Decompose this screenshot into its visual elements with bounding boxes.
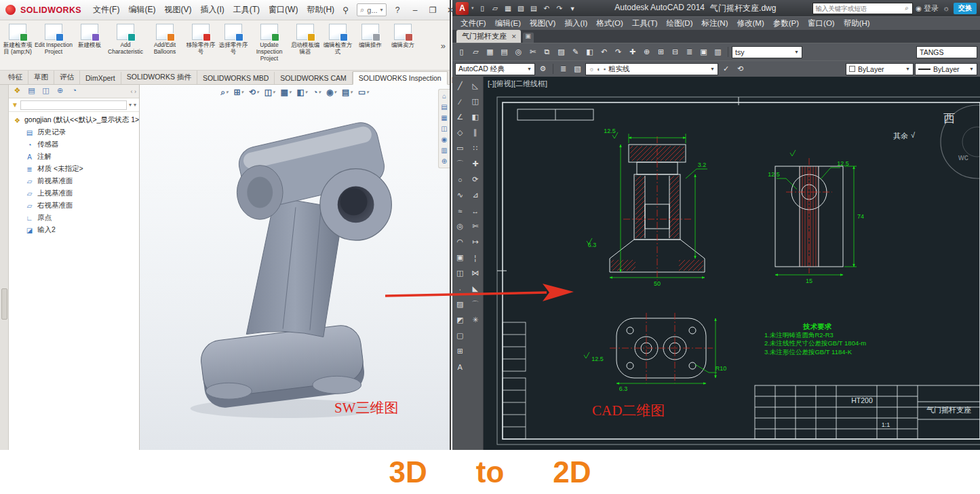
- tab-solidworks-inspection[interactable]: SOLIDWORKS Inspection: [353, 71, 448, 85]
- 3d-viewport[interactable]: ⌕ ▾ ⊞ ▾ ⟲ ▾: [140, 85, 450, 450]
- stretch-icon[interactable]: ↔: [468, 203, 484, 218]
- menu-item[interactable]: 工具(T): [233, 4, 260, 16]
- cut-icon[interactable]: ✄: [526, 45, 539, 58]
- view-palette-icon[interactable]: ◫: [441, 125, 447, 132]
- qat-dropdown-icon[interactable]: ▾: [567, 2, 579, 14]
- open-icon[interactable]: ▱: [469, 45, 482, 58]
- tab-sketch[interactable]: 草图: [28, 71, 54, 84]
- launch-template-editor-button[interactable]: 启动模板编辑器: [289, 22, 321, 70]
- text-style-combo[interactable]: tsy ▼: [732, 46, 802, 58]
- move-icon[interactable]: ✚: [468, 156, 484, 172]
- layer-properties-icon[interactable]: ≣: [557, 62, 570, 75]
- custom-properties-icon[interactable]: ▥: [441, 147, 447, 154]
- manager-overflow-icon[interactable]: ‹ ›: [131, 88, 137, 95]
- zoom-area-icon[interactable]: ⊞ ▾: [234, 88, 244, 97]
- gear-icon[interactable]: ⚙: [536, 62, 549, 75]
- zoom-window-icon[interactable]: ⊞: [654, 45, 667, 58]
- ellipse-arc-icon[interactable]: ◠: [452, 234, 468, 250]
- mtext-icon[interactable]: A: [452, 359, 468, 375]
- match-properties-icon[interactable]: ✎: [569, 45, 582, 58]
- edit-inspection-project-button[interactable]: Edit Inspection Project: [34, 22, 73, 70]
- help-icon[interactable]: ?: [391, 5, 404, 15]
- configurationmanager-tab-icon[interactable]: ◫: [40, 86, 52, 97]
- previous-view-icon[interactable]: ⟲ ▾: [249, 88, 259, 97]
- close-tab-icon[interactable]: ✕: [511, 33, 517, 40]
- new-template-button[interactable]: 新建模板: [73, 22, 106, 70]
- tab-features[interactable]: 特征: [3, 71, 28, 84]
- make-current-layer-icon[interactable]: ✓: [720, 62, 732, 75]
- menu-item[interactable]: 文件(F): [456, 18, 490, 28]
- linetype-combo[interactable]: ByLayer ▼: [915, 63, 977, 75]
- restore-button[interactable]: ❐: [427, 5, 439, 15]
- tab-solidworks-addins[interactable]: SOLIDWORKS 插件: [121, 71, 197, 84]
- paste-icon[interactable]: ▨: [555, 45, 568, 58]
- copy-icon[interactable]: ◫: [468, 94, 484, 109]
- menu-item[interactable]: 标注(N): [698, 18, 732, 28]
- tree-item-origin[interactable]: ∟ 原点: [9, 212, 139, 224]
- tree-item-sensors[interactable]: ◔ 传感器: [9, 138, 139, 151]
- circle-icon[interactable]: ○: [452, 172, 468, 187]
- scale-icon[interactable]: ⊿: [468, 187, 484, 203]
- tree-item-annotations[interactable]: A 注解: [9, 151, 139, 163]
- undo-icon[interactable]: ↶: [541, 2, 553, 14]
- region-icon[interactable]: ▢: [452, 328, 468, 343]
- extend-icon[interactable]: ↦: [468, 234, 484, 250]
- appearances-icon[interactable]: ◉: [442, 136, 448, 143]
- plot-icon[interactable]: ▤: [498, 45, 511, 58]
- view-settings-icon[interactable]: ▭ ▾: [358, 88, 369, 97]
- tree-item-history[interactable]: ▤ 历史记录: [9, 126, 139, 138]
- erase-icon[interactable]: ◺: [468, 78, 484, 94]
- undo-icon[interactable]: ↶: [597, 45, 610, 58]
- tab-solidworks-cam[interactable]: SOLIDWORKS CAM: [275, 72, 352, 84]
- chamfer-icon[interactable]: ◣: [468, 281, 484, 297]
- forum-icon[interactable]: ⊕: [442, 157, 447, 165]
- designcenter-icon[interactable]: ▣: [697, 45, 710, 58]
- update-inspection-project-button[interactable]: Update Inspection Project: [250, 22, 289, 70]
- tab-evaluate[interactable]: 评估: [54, 71, 80, 84]
- chevron-down-icon[interactable]: ▾: [129, 102, 132, 108]
- dim-style-box[interactable]: TANGS: [916, 46, 977, 58]
- redo-icon[interactable]: ↷: [554, 2, 566, 14]
- make-block-icon[interactable]: ◫: [452, 265, 468, 281]
- app-menu-caret-icon[interactable]: ▾: [471, 5, 474, 11]
- remove-balloons-button[interactable]: 移除零件序号: [184, 22, 217, 70]
- save-as-icon[interactable]: ▧: [515, 2, 527, 14]
- table-icon[interactable]: ⊞: [452, 343, 468, 359]
- workspace-combo[interactable]: AutoCAD 经典 ▼: [455, 63, 535, 75]
- apply-scene-icon[interactable]: ▤ ▾: [342, 88, 353, 97]
- rectangle-icon[interactable]: ▭: [452, 140, 468, 156]
- new-tab-button[interactable]: ▣: [523, 33, 534, 43]
- line-icon[interactable]: ╱: [452, 78, 468, 94]
- open-icon[interactable]: ▱: [490, 2, 501, 14]
- tab-dimxpert[interactable]: DimXpert: [80, 72, 121, 84]
- display-style-icon[interactable]: ◧ ▾: [296, 88, 307, 97]
- featuremanager-tab-icon[interactable]: ❖: [12, 86, 23, 97]
- properties-icon[interactable]: ≣: [683, 45, 696, 58]
- select-balloons-button[interactable]: 选择零件序号: [217, 22, 250, 70]
- zoom-realtime-icon[interactable]: ⊕: [640, 45, 653, 58]
- tool-palettes-icon[interactable]: ▥: [711, 45, 724, 58]
- break-icon[interactable]: ¦: [468, 250, 484, 265]
- edit-appearance-icon[interactable]: ◉ ▾: [326, 88, 336, 97]
- search-icon[interactable]: ⌕: [901, 4, 912, 12]
- tree-item-front-plane[interactable]: ▱ 前视基准面: [9, 175, 139, 187]
- polyline-icon[interactable]: ∠: [452, 109, 468, 125]
- qnew-icon[interactable]: ▯: [477, 2, 488, 14]
- explode-icon[interactable]: ✳: [468, 312, 484, 328]
- array-icon[interactable]: ∷: [468, 140, 484, 156]
- menu-item[interactable]: 视图(V): [526, 18, 560, 28]
- block-editor-icon[interactable]: ◧: [583, 45, 596, 58]
- search-box[interactable]: ⌕ g... ▾: [357, 3, 386, 16]
- revision-cloud-icon[interactable]: ∿: [452, 187, 468, 203]
- menu-item[interactable]: 参数(P): [769, 18, 803, 28]
- displaymanager-tab-icon[interactable]: ◔: [68, 86, 80, 97]
- tree-filter-input[interactable]: [20, 100, 127, 110]
- chevron-down-icon[interactable]: ▾: [134, 102, 136, 108]
- rotate-icon[interactable]: ⟳: [468, 172, 484, 187]
- zoom-previous-icon[interactable]: ⊟: [669, 45, 682, 58]
- menu-item[interactable]: 编辑(E): [491, 18, 525, 28]
- file-explorer-icon[interactable]: ▦: [441, 114, 447, 121]
- menu-item[interactable]: 窗口(O): [804, 18, 839, 28]
- insert-block-icon[interactable]: ▣: [452, 250, 468, 265]
- copy-icon[interactable]: ⧉: [541, 45, 553, 58]
